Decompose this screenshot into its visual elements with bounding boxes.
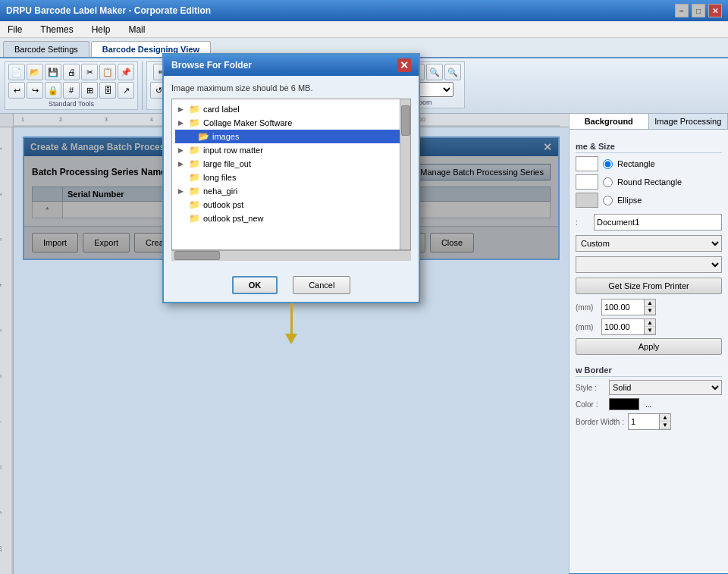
folder-label-neha: neha_giri xyxy=(203,187,237,196)
folder-icon-outlook-new: 📁 xyxy=(189,213,200,224)
width-spinbox: ▲ ▼ xyxy=(601,299,656,315)
height-up[interactable]: ▲ xyxy=(645,319,655,327)
color-label: Color : xyxy=(576,400,606,409)
folder-large-file[interactable]: ▶ 📁 large file_out xyxy=(175,157,407,171)
width-input[interactable] xyxy=(602,300,644,315)
width-up[interactable]: ▲ xyxy=(645,300,655,307)
border-width-down[interactable]: ▼ xyxy=(660,422,670,429)
expand-arrow-outlook-new xyxy=(178,215,186,222)
height-input[interactable] xyxy=(602,319,644,334)
redo-button[interactable]: ↪ xyxy=(27,82,43,99)
paste-button[interactable]: 📌 xyxy=(118,64,134,80)
apply-button[interactable]: Apply xyxy=(576,338,722,355)
radio-rectangle-input[interactable] xyxy=(603,159,613,169)
new-button[interactable]: 📄 xyxy=(8,64,25,80)
menu-mail[interactable]: Mail xyxy=(124,23,149,36)
browse-tree[interactable]: ▶ 📁 card label ▶ 📁 Collage Maker Softwar… xyxy=(171,99,411,250)
height-arrows: ▲ ▼ xyxy=(644,319,655,334)
restore-button[interactable]: □ xyxy=(692,4,705,17)
folder-outlook-new[interactable]: 📁 outlook pst_new xyxy=(175,212,407,225)
folder-label-collage: Collage Maker Software xyxy=(203,118,292,127)
folder-label-card: card label xyxy=(203,105,240,114)
folder-card-label[interactable]: ▶ 📁 card label xyxy=(175,102,407,116)
separator-1 xyxy=(142,61,143,110)
browse-close-button[interactable]: ✕ xyxy=(397,58,411,72)
export-button[interactable]: ↗ xyxy=(118,82,134,99)
copy-button[interactable]: 📋 xyxy=(99,64,116,80)
folder-long-files[interactable]: 📁 long files xyxy=(175,171,407,184)
cut-button[interactable]: ✂ xyxy=(81,64,98,80)
browse-cancel-button[interactable]: Cancel xyxy=(293,276,350,294)
expand-arrow-collage: ▶ xyxy=(178,119,186,127)
tree-scrollbar[interactable] xyxy=(400,99,410,249)
scroll-thumb xyxy=(401,105,410,136)
menu-file[interactable]: File xyxy=(3,23,27,36)
right-panel: Background Image Processing me & Size Re… xyxy=(569,114,728,573)
minimize-button[interactable]: − xyxy=(675,4,689,17)
expand-arrow-card: ▶ xyxy=(178,105,186,113)
right-panel-tabs: Background Image Processing xyxy=(570,114,728,130)
border-width-input[interactable] xyxy=(629,414,659,429)
menu-themes[interactable]: Themes xyxy=(36,23,77,36)
width-down[interactable]: ▼ xyxy=(645,307,655,315)
orientation-select-row xyxy=(576,256,722,273)
orientation-select[interactable] xyxy=(576,256,722,273)
radio-rectangle-label: Rectangle xyxy=(617,159,655,168)
folder-input-row[interactable]: ▶ 📁 input row matter xyxy=(175,143,407,157)
arrow-shaft xyxy=(290,303,293,334)
border-width-spinbox: ▲ ▼ xyxy=(628,413,671,430)
lock-button[interactable]: 🔒 xyxy=(45,82,61,99)
svg-text:10: 10 xyxy=(0,546,2,552)
radio-ellipse-label: Ellipse xyxy=(617,196,642,205)
border-width-label: Border Width : xyxy=(576,418,625,426)
radio-ellipse-input[interactable] xyxy=(603,196,613,205)
arrow-indicator xyxy=(285,303,297,344)
expand-arrow-long xyxy=(178,174,186,181)
height-row: (mm) ▲ ▼ xyxy=(576,318,722,335)
browse-ok-button[interactable]: OK xyxy=(232,276,278,294)
size-select[interactable]: Custom A4 Letter xyxy=(576,235,722,252)
open-button[interactable]: 📂 xyxy=(27,64,43,80)
close-window-button[interactable]: ✕ xyxy=(708,4,722,17)
undo-button[interactable]: ↩ xyxy=(8,82,25,99)
tab-image-processing[interactable]: Image Processing xyxy=(649,114,729,129)
browse-title-text: Browse For Folder xyxy=(171,60,252,71)
tab-background[interactable]: Background xyxy=(570,114,649,129)
expand-arrow-input: ▶ xyxy=(178,146,186,154)
folder-outlook-pst[interactable]: 📁 outlook pst xyxy=(175,198,407,212)
doc-name-input[interactable] xyxy=(594,214,722,231)
tab-barcode-settings[interactable]: Barcode Settings xyxy=(3,41,89,57)
grid-button[interactable]: # xyxy=(63,82,80,99)
height-down[interactable]: ▼ xyxy=(645,327,655,334)
height-spinbox: ▲ ▼ xyxy=(601,318,656,335)
get-size-button[interactable]: Get Size From Printer xyxy=(576,278,722,294)
height-label: (mm) xyxy=(576,323,598,331)
folder-icon-images: 📂 xyxy=(198,131,209,142)
zoom-out-button[interactable]: 🔍 xyxy=(444,64,461,80)
db-button[interactable]: 🗄 xyxy=(99,82,116,99)
table-button[interactable]: ⊞ xyxy=(81,82,98,99)
print-button[interactable]: 🖨 xyxy=(63,64,80,80)
border-section: w Border Style : Solid Dashed Dotted Col… xyxy=(576,365,722,430)
folder-icon-card: 📁 xyxy=(189,104,200,114)
tree-hscrollbar[interactable] xyxy=(171,250,411,261)
expand-arrow-images xyxy=(187,133,195,140)
browse-body: Image maximum size should be 6 MB. ▶ 📁 c… xyxy=(164,76,419,268)
zoom-in-button[interactable]: 🔍 xyxy=(426,64,443,80)
color-swatch[interactable] xyxy=(609,398,639,410)
folder-icon-collage: 📁 xyxy=(189,118,200,128)
svg-text:8: 8 xyxy=(0,466,2,469)
expand-arrow-neha: ▶ xyxy=(178,187,186,195)
folder-neha[interactable]: ▶ 📁 neha_giri xyxy=(175,184,407,198)
menu-help[interactable]: Help xyxy=(87,23,115,36)
ellipse-swatch xyxy=(576,193,598,208)
border-width-up[interactable]: ▲ xyxy=(660,414,670,422)
style-select[interactable]: Solid Dashed Dotted xyxy=(609,380,722,395)
radio-round-rect-input[interactable] xyxy=(603,177,613,187)
folder-images[interactable]: 📂 images xyxy=(175,130,407,143)
save-button[interactable]: 💾 xyxy=(45,64,61,80)
folder-collage[interactable]: ▶ 📁 Collage Maker Software xyxy=(175,116,407,130)
folder-label-input: input row matter xyxy=(203,146,263,155)
ruler-corner xyxy=(0,114,14,127)
radio-rectangle: Rectangle xyxy=(576,156,722,171)
